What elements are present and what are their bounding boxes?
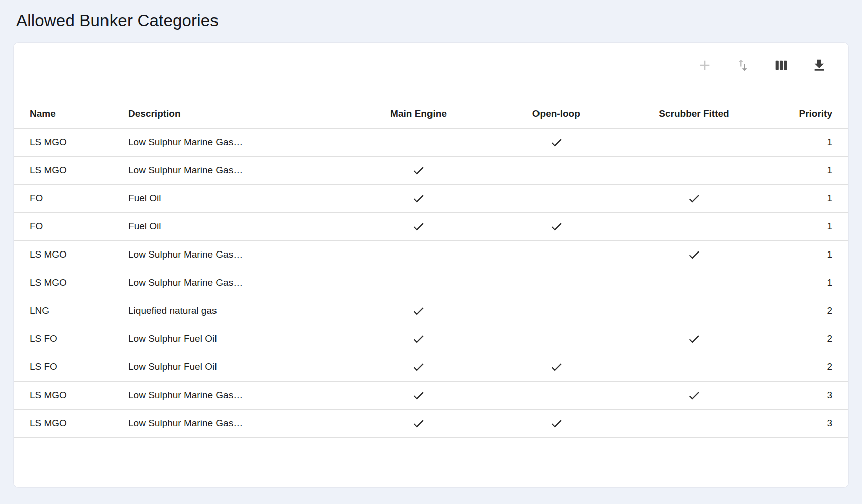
cell-description: Low Sulphur Marine Gas… xyxy=(122,240,348,269)
cell-priority: 1 xyxy=(765,128,848,156)
cell-scrubber_fitted-empty xyxy=(623,409,765,437)
cell-priority: 2 xyxy=(765,297,848,325)
cell-main_engine-checked xyxy=(348,325,490,353)
export-button[interactable] xyxy=(809,56,829,76)
cell-open_loop-checked xyxy=(489,128,623,156)
cell-open_loop-empty xyxy=(489,156,623,184)
cell-priority: 1 xyxy=(765,269,848,297)
cell-description: Fuel Oil xyxy=(122,212,348,240)
check-icon xyxy=(412,389,425,402)
cell-open_loop-empty xyxy=(489,240,623,269)
check-icon xyxy=(412,360,425,374)
cell-main_engine-checked xyxy=(348,409,490,437)
cell-scrubber_fitted-checked xyxy=(623,184,765,212)
cell-name: LNG xyxy=(14,297,122,325)
column-header-open_loop[interactable]: Open-loop xyxy=(489,100,623,128)
table-row[interactable]: LS MGOLow Sulphur Marine Gas…1 xyxy=(14,240,848,269)
cell-main_engine-checked xyxy=(348,212,490,240)
check-icon xyxy=(550,220,563,233)
cell-scrubber_fitted-empty xyxy=(623,297,765,325)
column-header-description[interactable]: Description xyxy=(122,100,348,128)
cell-priority: 3 xyxy=(765,381,848,409)
cell-name: LS MGO xyxy=(14,128,122,156)
check-icon xyxy=(412,332,425,346)
cell-main_engine-empty xyxy=(348,128,490,156)
cell-main_engine-checked xyxy=(348,381,490,409)
cell-description: Low Sulphur Marine Gas… xyxy=(122,381,348,409)
cell-scrubber_fitted-checked xyxy=(623,381,765,409)
cell-description: Low Sulphur Fuel Oil xyxy=(122,353,348,381)
cell-scrubber_fitted-checked xyxy=(623,325,765,353)
column-header-main_engine[interactable]: Main Engine xyxy=(348,100,490,128)
cell-description: Low Sulphur Marine Gas… xyxy=(122,156,348,184)
check-icon xyxy=(412,164,425,177)
cell-description: Low Sulphur Marine Gas… xyxy=(122,128,348,156)
table-row[interactable]: FOFuel Oil1 xyxy=(14,212,848,240)
plus-icon xyxy=(697,57,713,75)
bunker-categories-table: NameDescriptionMain EngineOpen-loopScrub… xyxy=(14,100,848,438)
cell-name: LS MGO xyxy=(14,381,122,409)
table-row[interactable]: LS MGOLow Sulphur Marine Gas…1 xyxy=(14,128,848,156)
cell-priority: 1 xyxy=(765,240,848,269)
cell-main_engine-empty xyxy=(348,240,490,269)
cell-open_loop-checked xyxy=(489,212,623,240)
cell-main_engine-checked xyxy=(348,297,490,325)
check-icon xyxy=(412,220,425,233)
sort-button[interactable] xyxy=(733,56,753,76)
table-body: LS MGOLow Sulphur Marine Gas…1LS MGOLow … xyxy=(14,128,848,437)
table-header-row: NameDescriptionMain EngineOpen-loopScrub… xyxy=(14,100,848,128)
cell-description: Low Sulphur Fuel Oil xyxy=(122,325,348,353)
page: Allowed Bunker Categories xyxy=(0,0,862,500)
cell-scrubber_fitted-empty xyxy=(623,128,765,156)
check-icon xyxy=(687,192,701,205)
cell-name: FO xyxy=(14,212,122,240)
column-header-scrubber_fitted[interactable]: Scrubber Fitted xyxy=(623,100,765,128)
cell-main_engine-checked xyxy=(348,184,490,212)
cell-main_engine-empty xyxy=(348,269,490,297)
check-icon xyxy=(412,417,425,430)
sort-arrows-icon xyxy=(735,58,750,74)
cell-scrubber_fitted-empty xyxy=(623,156,765,184)
cell-priority: 1 xyxy=(765,212,848,240)
columns-icon xyxy=(773,57,789,75)
cell-name: LS MGO xyxy=(14,269,122,297)
check-icon xyxy=(412,304,425,318)
cell-name: LS MGO xyxy=(14,409,122,437)
table-row[interactable]: LS FOLow Sulphur Fuel Oil2 xyxy=(14,353,848,381)
table-row[interactable]: LNGLiquefied natural gas2 xyxy=(14,297,848,325)
table-row[interactable]: LS MGOLow Sulphur Marine Gas…1 xyxy=(14,156,848,184)
cell-name: FO xyxy=(14,184,122,212)
cell-scrubber_fitted-empty xyxy=(623,269,765,297)
cell-description: Low Sulphur Marine Gas… xyxy=(122,269,348,297)
columns-button[interactable] xyxy=(771,56,791,76)
cell-open_loop-empty xyxy=(489,325,623,353)
cell-priority: 1 xyxy=(765,184,848,212)
table-row[interactable]: LS MGOLow Sulphur Marine Gas…3 xyxy=(14,381,848,409)
cell-description: Fuel Oil xyxy=(122,184,348,212)
add-button[interactable] xyxy=(695,56,715,76)
cell-priority: 2 xyxy=(765,325,848,353)
check-icon xyxy=(687,389,701,402)
cell-priority: 1 xyxy=(765,156,848,184)
cell-open_loop-empty xyxy=(489,184,623,212)
page-title: Allowed Bunker Categories xyxy=(16,11,846,30)
cell-name: LS MGO xyxy=(14,240,122,269)
cell-priority: 3 xyxy=(765,409,848,437)
cell-name: LS FO xyxy=(14,325,122,353)
cell-open_loop-checked xyxy=(489,409,623,437)
table-row[interactable]: LS FOLow Sulphur Fuel Oil2 xyxy=(14,325,848,353)
table-row[interactable]: FOFuel Oil1 xyxy=(14,184,848,212)
table-row[interactable]: LS MGOLow Sulphur Marine Gas…1 xyxy=(14,269,848,297)
cell-name: LS MGO xyxy=(14,156,122,184)
cell-description: Liquefied natural gas xyxy=(122,297,348,325)
cell-main_engine-checked xyxy=(348,353,490,381)
column-header-priority[interactable]: Priority xyxy=(765,100,848,128)
column-header-name[interactable]: Name xyxy=(14,100,122,128)
bunker-categories-card: NameDescriptionMain EngineOpen-loopScrub… xyxy=(13,42,849,488)
check-icon xyxy=(687,332,701,346)
cell-main_engine-checked xyxy=(348,156,490,184)
cell-scrubber_fitted-empty xyxy=(623,212,765,240)
table-toolbar xyxy=(14,43,848,100)
cell-description: Low Sulphur Marine Gas… xyxy=(122,409,348,437)
table-row[interactable]: LS MGOLow Sulphur Marine Gas…3 xyxy=(14,409,848,437)
